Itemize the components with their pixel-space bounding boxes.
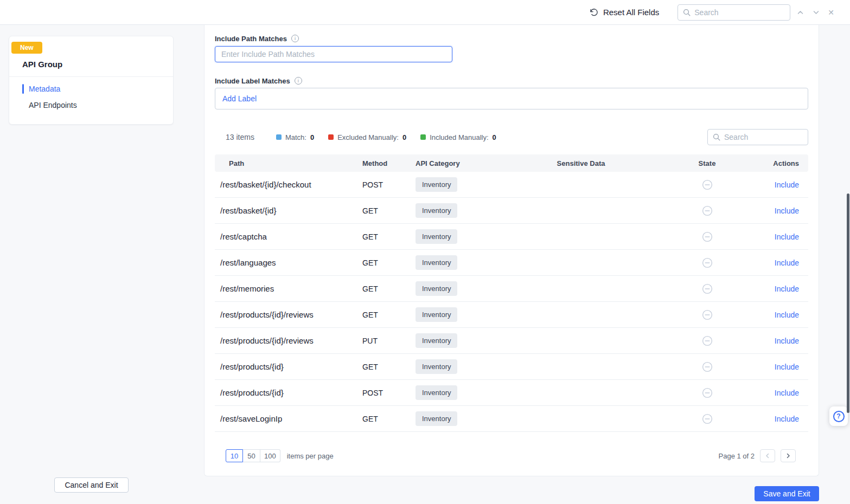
category-badge: Inventory: [416, 177, 457, 192]
state-cell: [649, 361, 765, 372]
category-badge: Inventory: [416, 203, 457, 218]
header-search-input[interactable]: [694, 8, 785, 17]
include-link[interactable]: Include: [775, 311, 799, 319]
include-path-input[interactable]: [215, 46, 452, 62]
page-size-10-button[interactable]: 10: [226, 449, 243, 462]
column-state: State: [649, 159, 765, 167]
endpoint-method: GET: [362, 206, 416, 215]
category-badge: Inventory: [416, 307, 457, 322]
endpoint-path: /rest/products/{id}/reviews: [215, 336, 362, 345]
help-button[interactable]: ?: [829, 406, 848, 426]
api-category-cell: Inventory: [416, 229, 513, 244]
api-group-panel: New API Group Metadata API Endpoints: [9, 36, 174, 125]
api-group-form-panel: Include Path Matches i Include Label Mat…: [204, 25, 819, 476]
items-count: 13 items: [226, 133, 254, 141]
column-path: Path: [215, 159, 362, 167]
next-page-button[interactable]: [781, 449, 796, 462]
include-label-label: Include Label Matches: [215, 77, 290, 85]
endpoint-method: GET: [362, 415, 416, 423]
endpoint-method: GET: [362, 259, 416, 267]
table-row: /rest/products/{id}/reviews GET Inventor…: [215, 302, 808, 328]
cancel-and-exit-button[interactable]: Cancel and Exit: [54, 477, 129, 493]
info-icon[interactable]: i: [295, 77, 302, 85]
api-category-cell: Inventory: [416, 281, 513, 296]
include-link[interactable]: Include: [775, 259, 799, 267]
search-icon: [713, 133, 720, 141]
table-row: /rest/captcha GET Inventory Include: [215, 224, 808, 250]
table-row: /rest/basket/{id} GET Inventory Include: [215, 198, 808, 224]
legend-included-manually: Included Manually: 0: [420, 133, 496, 141]
api-category-cell: Inventory: [416, 255, 513, 270]
include-link[interactable]: Include: [775, 337, 799, 345]
search-prev-button[interactable]: [795, 7, 806, 18]
add-label-button[interactable]: Add Label: [222, 94, 257, 103]
actions-cell: Include: [765, 206, 808, 215]
state-cell: [649, 387, 765, 398]
api-category-cell: Inventory: [416, 177, 513, 192]
category-badge: Inventory: [416, 229, 457, 244]
minus-circle-icon: [702, 179, 713, 190]
header-search-box: [678, 4, 790, 21]
api-category-cell: Inventory: [416, 385, 513, 400]
page-size-50-button[interactable]: 50: [243, 449, 260, 462]
actions-cell: Include: [765, 232, 808, 241]
table-row: /rest/products/{id} POST Inventory Inclu…: [215, 380, 808, 406]
new-badge: New: [11, 42, 42, 54]
include-link[interactable]: Include: [775, 363, 799, 371]
include-link[interactable]: Include: [775, 180, 799, 189]
include-link[interactable]: Include: [775, 232, 799, 241]
previous-page-button[interactable]: [760, 449, 775, 462]
include-link[interactable]: Include: [775, 389, 799, 397]
endpoint-path: /rest/captcha: [215, 232, 362, 241]
actions-cell: Include: [765, 336, 808, 345]
search-next-button[interactable]: [810, 7, 822, 18]
endpoint-method: GET: [362, 363, 416, 371]
api-category-cell: Inventory: [416, 333, 513, 348]
category-badge: Inventory: [416, 385, 457, 400]
endpoint-path: /rest/products/{id}: [215, 362, 362, 371]
endpoint-path: /rest/memories: [215, 284, 362, 293]
table-row: /rest/products/{id} GET Inventory Includ…: [215, 354, 808, 380]
api-group-title: API Group: [22, 60, 173, 69]
pagination-bar: 10 50 100 items per page Page 1 of 2: [215, 449, 808, 462]
table-row: /rest/memories GET Inventory Include: [215, 276, 808, 302]
endpoint-method: POST: [362, 389, 416, 397]
excluded-swatch-icon: [328, 134, 334, 140]
table-summary-row: 13 items Match: 0 Excluded Manually: 0 I…: [215, 129, 808, 145]
sidebar-item-api-endpoints[interactable]: API Endpoints: [9, 97, 173, 113]
top-bar: Reset All Fields: [0, 0, 850, 25]
state-cell: [649, 413, 765, 424]
category-badge: Inventory: [416, 359, 457, 374]
search-close-button[interactable]: ✕: [826, 7, 836, 18]
minus-circle-icon: [702, 283, 713, 294]
vertical-scrollbar-thumb[interactable]: [847, 193, 849, 413]
include-link[interactable]: Include: [775, 415, 799, 423]
column-sensitive-data: Sensitive Data: [513, 159, 649, 167]
category-badge: Inventory: [416, 255, 457, 270]
api-category-cell: Inventory: [416, 203, 513, 218]
table-row: /rest/products/{id}/reviews PUT Inventor…: [215, 328, 808, 354]
included-swatch-icon: [420, 134, 426, 140]
state-cell: [649, 257, 765, 268]
table-row: /rest/saveLoginIp GET Inventory Include: [215, 406, 808, 432]
items-per-page-label: items per page: [287, 452, 334, 460]
page-size-100-button[interactable]: 100: [260, 449, 280, 462]
table-search-box: [707, 129, 808, 145]
info-icon[interactable]: i: [291, 35, 299, 42]
legend-match: Match: 0: [276, 133, 314, 141]
column-actions: Actions: [765, 159, 808, 167]
actions-cell: Include: [765, 180, 808, 189]
state-cell: [649, 179, 765, 190]
endpoint-path: /rest/basket/{id}: [215, 206, 362, 215]
table-search-input[interactable]: [724, 133, 803, 141]
save-and-exit-button[interactable]: Save and Exit: [755, 486, 819, 501]
state-cell: [649, 205, 765, 216]
sidebar-item-metadata[interactable]: Metadata: [9, 81, 173, 97]
include-link[interactable]: Include: [775, 206, 799, 215]
reset-all-fields-button[interactable]: Reset All Fields: [589, 8, 659, 17]
label-matches-box: Add Label: [215, 88, 808, 109]
endpoint-path: /rest/products/{id}: [215, 388, 362, 397]
state-cell: [649, 283, 765, 294]
chevron-right-icon: [784, 452, 792, 460]
include-link[interactable]: Include: [775, 285, 799, 293]
